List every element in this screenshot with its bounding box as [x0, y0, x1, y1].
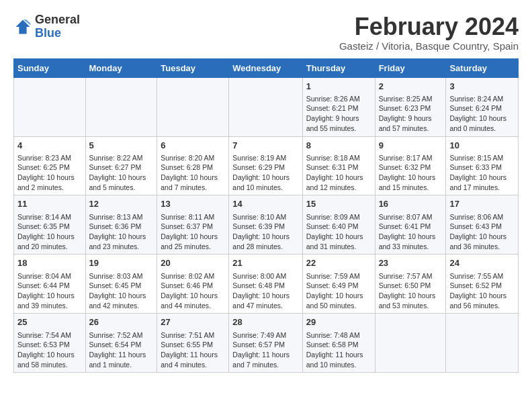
- day-number: 7: [232, 140, 298, 152]
- calendar-cell: 28Sunrise: 7:49 AM Sunset: 6:57 PM Dayli…: [229, 314, 302, 373]
- day-info: Sunrise: 8:00 AM Sunset: 6:48 PM Dayligh…: [232, 271, 298, 311]
- logo: General Blue: [13, 13, 80, 40]
- day-number: 3: [449, 81, 515, 93]
- day-number: 22: [306, 257, 371, 269]
- day-info: Sunrise: 8:20 AM Sunset: 6:28 PM Dayligh…: [161, 153, 225, 193]
- day-number: 11: [17, 198, 82, 210]
- logo-blue-text: Blue: [35, 27, 80, 40]
- weekday-header-thursday: Thursday: [302, 58, 375, 77]
- day-number: 5: [89, 140, 154, 152]
- calendar-cell: 13Sunrise: 8:11 AM Sunset: 6:37 PM Dayli…: [157, 195, 229, 255]
- calendar-cell: 18Sunrise: 8:04 AM Sunset: 6:44 PM Dayli…: [14, 255, 86, 314]
- calendar-cell: 6Sunrise: 8:20 AM Sunset: 6:28 PM Daylig…: [157, 136, 229, 195]
- calendar-cell: [375, 314, 446, 373]
- calendar-cell: 14Sunrise: 8:10 AM Sunset: 6:39 PM Dayli…: [229, 195, 302, 255]
- calendar-cell: 16Sunrise: 8:07 AM Sunset: 6:41 PM Dayli…: [375, 195, 446, 255]
- calendar-week-row: 4Sunrise: 8:23 AM Sunset: 6:25 PM Daylig…: [14, 136, 519, 195]
- calendar-cell: 4Sunrise: 8:23 AM Sunset: 6:25 PM Daylig…: [14, 136, 86, 195]
- day-info: Sunrise: 7:57 AM Sunset: 6:50 PM Dayligh…: [379, 271, 443, 311]
- logo-text: General Blue: [35, 13, 80, 40]
- calendar-cell: 7Sunrise: 8:19 AM Sunset: 6:29 PM Daylig…: [229, 136, 302, 195]
- day-info: Sunrise: 8:04 AM Sunset: 6:44 PM Dayligh…: [17, 271, 82, 311]
- logo-general-text: General: [35, 13, 80, 27]
- day-info: Sunrise: 8:07 AM Sunset: 6:41 PM Dayligh…: [379, 212, 443, 252]
- day-info: Sunrise: 8:26 AM Sunset: 6:21 PM Dayligh…: [306, 94, 371, 134]
- calendar-cell: 26Sunrise: 7:52 AM Sunset: 6:54 PM Dayli…: [85, 314, 157, 373]
- day-info: Sunrise: 8:18 AM Sunset: 6:31 PM Dayligh…: [306, 153, 371, 193]
- day-number: 17: [449, 198, 515, 210]
- calendar-cell: [446, 314, 519, 373]
- location-title: Gasteiz / Vitoria, Basque Country, Spain: [339, 40, 519, 52]
- weekday-header-tuesday: Tuesday: [157, 58, 229, 77]
- day-info: Sunrise: 8:09 AM Sunset: 6:40 PM Dayligh…: [306, 212, 371, 252]
- page-header: General Blue February 2024 Gasteiz / Vit…: [13, 13, 519, 52]
- calendar-table: SundayMondayTuesdayWednesdayThursdayFrid…: [13, 58, 519, 373]
- calendar-cell: 20Sunrise: 8:02 AM Sunset: 6:46 PM Dayli…: [157, 255, 229, 314]
- calendar-cell: 15Sunrise: 8:09 AM Sunset: 6:40 PM Dayli…: [302, 195, 375, 255]
- day-info: Sunrise: 8:13 AM Sunset: 6:36 PM Dayligh…: [89, 212, 154, 252]
- weekday-header-sunday: Sunday: [14, 58, 86, 77]
- day-number: 1: [306, 81, 371, 93]
- day-number: 12: [89, 198, 154, 210]
- day-info: Sunrise: 7:49 AM Sunset: 6:57 PM Dayligh…: [232, 330, 298, 370]
- day-number: 13: [161, 198, 225, 210]
- day-number: 28: [232, 316, 298, 328]
- day-number: 9: [379, 140, 443, 152]
- weekday-header-friday: Friday: [375, 58, 446, 77]
- day-number: 29: [306, 316, 371, 328]
- weekday-header-row: SundayMondayTuesdayWednesdayThursdayFrid…: [14, 58, 519, 77]
- calendar-cell: [85, 77, 157, 136]
- day-info: Sunrise: 7:59 AM Sunset: 6:49 PM Dayligh…: [306, 271, 371, 311]
- day-info: Sunrise: 7:48 AM Sunset: 6:58 PM Dayligh…: [306, 330, 371, 370]
- calendar-cell: 21Sunrise: 8:00 AM Sunset: 6:48 PM Dayli…: [229, 255, 302, 314]
- calendar-cell: 2Sunrise: 8:25 AM Sunset: 6:23 PM Daylig…: [375, 77, 446, 136]
- calendar-cell: 10Sunrise: 8:15 AM Sunset: 6:33 PM Dayli…: [446, 136, 519, 195]
- calendar-body: 1Sunrise: 8:26 AM Sunset: 6:21 PM Daylig…: [14, 77, 519, 373]
- day-number: 6: [161, 140, 225, 152]
- day-info: Sunrise: 8:17 AM Sunset: 6:32 PM Dayligh…: [379, 153, 443, 193]
- day-number: 26: [89, 316, 154, 328]
- day-number: 14: [232, 198, 298, 210]
- day-number: 23: [379, 257, 443, 269]
- day-info: Sunrise: 7:52 AM Sunset: 6:54 PM Dayligh…: [89, 330, 154, 370]
- calendar-cell: [157, 77, 229, 136]
- calendar-cell: 23Sunrise: 7:57 AM Sunset: 6:50 PM Dayli…: [375, 255, 446, 314]
- day-info: Sunrise: 8:25 AM Sunset: 6:23 PM Dayligh…: [379, 94, 443, 134]
- day-number: 16: [379, 198, 443, 210]
- day-info: Sunrise: 8:02 AM Sunset: 6:46 PM Dayligh…: [161, 271, 225, 311]
- day-info: Sunrise: 8:14 AM Sunset: 6:35 PM Dayligh…: [17, 212, 82, 252]
- weekday-header-saturday: Saturday: [446, 58, 519, 77]
- calendar-week-row: 1Sunrise: 8:26 AM Sunset: 6:21 PM Daylig…: [14, 77, 519, 136]
- weekday-header-monday: Monday: [85, 58, 157, 77]
- day-info: Sunrise: 8:10 AM Sunset: 6:39 PM Dayligh…: [232, 212, 298, 252]
- calendar-cell: 9Sunrise: 8:17 AM Sunset: 6:32 PM Daylig…: [375, 136, 446, 195]
- calendar-cell: 19Sunrise: 8:03 AM Sunset: 6:45 PM Dayli…: [85, 255, 157, 314]
- calendar-cell: 17Sunrise: 8:06 AM Sunset: 6:43 PM Dayli…: [446, 195, 519, 255]
- calendar-cell: 29Sunrise: 7:48 AM Sunset: 6:58 PM Dayli…: [302, 314, 375, 373]
- day-info: Sunrise: 8:15 AM Sunset: 6:33 PM Dayligh…: [449, 153, 515, 193]
- day-info: Sunrise: 8:23 AM Sunset: 6:25 PM Dayligh…: [17, 153, 82, 193]
- day-number: 25: [17, 316, 82, 328]
- day-number: 4: [17, 140, 82, 152]
- day-info: Sunrise: 7:54 AM Sunset: 6:53 PM Dayligh…: [17, 330, 82, 370]
- logo-icon: [13, 17, 32, 36]
- calendar-cell: 3Sunrise: 8:24 AM Sunset: 6:24 PM Daylig…: [446, 77, 519, 136]
- day-info: Sunrise: 8:03 AM Sunset: 6:45 PM Dayligh…: [89, 271, 154, 311]
- calendar-cell: 22Sunrise: 7:59 AM Sunset: 6:49 PM Dayli…: [302, 255, 375, 314]
- calendar-cell: 25Sunrise: 7:54 AM Sunset: 6:53 PM Dayli…: [14, 314, 86, 373]
- day-number: 8: [306, 140, 371, 152]
- calendar-cell: 1Sunrise: 8:26 AM Sunset: 6:21 PM Daylig…: [302, 77, 375, 136]
- calendar-cell: 27Sunrise: 7:51 AM Sunset: 6:55 PM Dayli…: [157, 314, 229, 373]
- calendar-week-row: 18Sunrise: 8:04 AM Sunset: 6:44 PM Dayli…: [14, 255, 519, 314]
- day-number: 24: [449, 257, 515, 269]
- calendar-cell: 8Sunrise: 8:18 AM Sunset: 6:31 PM Daylig…: [302, 136, 375, 195]
- day-number: 27: [161, 316, 225, 328]
- day-number: 2: [379, 81, 443, 93]
- day-info: Sunrise: 7:55 AM Sunset: 6:52 PM Dayligh…: [449, 271, 515, 311]
- calendar-cell: [14, 77, 86, 136]
- month-title: February 2024: [339, 13, 519, 40]
- calendar-header: SundayMondayTuesdayWednesdayThursdayFrid…: [14, 58, 519, 77]
- title-area: February 2024 Gasteiz / Vitoria, Basque …: [339, 13, 519, 52]
- day-info: Sunrise: 8:11 AM Sunset: 6:37 PM Dayligh…: [161, 212, 225, 252]
- day-info: Sunrise: 7:51 AM Sunset: 6:55 PM Dayligh…: [161, 330, 225, 370]
